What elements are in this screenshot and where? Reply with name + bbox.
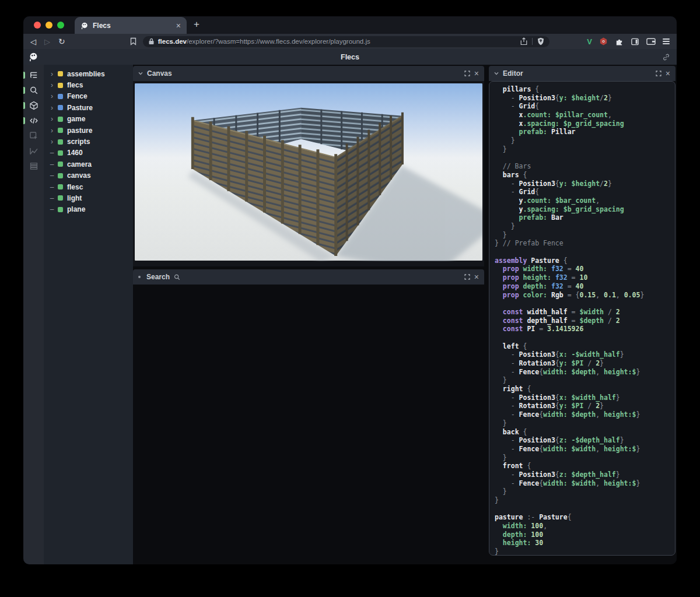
sidebar-toggle-icon[interactable]: [631, 37, 639, 46]
entity-color-square: [58, 184, 63, 189]
expand-chevron-icon[interactable]: ›: [48, 104, 55, 111]
leaf-dash-icon: –: [48, 184, 55, 191]
browser-tab[interactable]: Flecs ×: [75, 17, 187, 34]
tree-item-light[interactable]: –light: [44, 192, 133, 203]
entity-color-square: [58, 94, 63, 99]
3d-fence-render: [135, 83, 482, 261]
fullscreen-icon[interactable]: [464, 274, 470, 280]
tree-item-flecs[interactable]: ›flecs: [44, 79, 133, 90]
search-icon[interactable]: [23, 83, 44, 98]
menu-icon[interactable]: [663, 38, 670, 44]
entity-color-square: [58, 139, 63, 145]
canvas-panel-title: Canvas: [147, 69, 172, 78]
url-bar[interactable]: flecs.dev/explorer/?wasm=https://www.fle…: [143, 36, 550, 47]
collapsed-dot-icon[interactable]: [138, 276, 141, 278]
tables-icon[interactable]: [23, 159, 44, 174]
expand-chevron-icon[interactable]: ›: [48, 82, 55, 89]
inspector-icon[interactable]: [23, 128, 44, 143]
extensions-puzzle-icon[interactable]: [615, 37, 624, 46]
canvas-3d-viewport[interactable]: [133, 81, 484, 266]
tree-item-Fence[interactable]: ›Fence: [44, 91, 133, 102]
content-area: ›assemblies›flecs›Fence›Pasture›game›pas…: [23, 65, 677, 564]
vue-devtools-icon[interactable]: V: [587, 37, 592, 46]
expand-chevron-icon[interactable]: ›: [48, 127, 55, 134]
entity-tree-icon[interactable]: [23, 68, 44, 83]
fullscreen-icon[interactable]: [656, 71, 662, 76]
tree-item-label: Fence: [67, 92, 88, 100]
adblock-hexagon-icon[interactable]: [599, 37, 608, 46]
close-window-button[interactable]: [34, 22, 41, 29]
wallet-icon[interactable]: [646, 37, 656, 45]
lock-icon: [148, 38, 155, 45]
collapse-chevron-icon[interactable]: [138, 72, 143, 75]
entity-color-square: [58, 207, 63, 212]
script-editor[interactable]: pillars { - Position3{y: $height/2} - Gr…: [489, 81, 676, 556]
tree-item-label: camera: [67, 160, 92, 168]
new-tab-button[interactable]: +: [194, 19, 200, 30]
entity-color-square: [58, 150, 63, 156]
tree-item-Pasture[interactable]: ›Pasture: [44, 102, 133, 113]
tab-favicon-flecs-logo: [80, 22, 89, 30]
minimize-window-button[interactable]: [46, 22, 52, 29]
share-link-icon[interactable]: [662, 53, 670, 61]
fullscreen-icon[interactable]: [464, 71, 470, 76]
active-pill: [23, 117, 25, 124]
tree-item-scripts[interactable]: ›scripts: [44, 136, 133, 147]
tree-item-game[interactable]: ›game: [44, 114, 133, 125]
tree-item-camera[interactable]: –camera: [44, 159, 133, 170]
collapse-chevron-icon[interactable]: [494, 72, 499, 75]
expand-chevron-icon[interactable]: ›: [48, 93, 55, 100]
app-header: Flecs: [23, 49, 677, 65]
tree-item-canvas[interactable]: –canvas: [44, 170, 133, 181]
url-path: /explorer/?wasm=https://www.flecs.dev/ex…: [187, 38, 516, 45]
brave-shield-icon[interactable]: [537, 37, 544, 45]
page-title: Flecs: [23, 53, 677, 61]
tab-close-icon[interactable]: ×: [176, 22, 181, 30]
back-button[interactable]: ◁: [30, 37, 36, 46]
bookmark-icon[interactable]: [130, 37, 137, 45]
tab-title: Flecs: [93, 22, 172, 30]
active-pill: [23, 102, 25, 109]
zoom-window-button[interactable]: [57, 22, 64, 29]
flecs-logo: [29, 52, 38, 62]
reload-button[interactable]: ↻: [58, 37, 65, 46]
expand-chevron-icon[interactable]: ›: [48, 115, 55, 122]
tree-item-flesc[interactable]: –flesc: [44, 181, 133, 192]
forward-button[interactable]: ▷: [44, 37, 50, 46]
leaf-dash-icon: –: [48, 172, 55, 179]
entity-color-square: [58, 105, 63, 110]
tree-item-assemblies[interactable]: ›assemblies: [44, 68, 133, 79]
entity-color-square: [58, 71, 63, 76]
scene-cube-icon[interactable]: [23, 98, 44, 113]
entity-color-square: [58, 195, 63, 201]
expand-chevron-icon[interactable]: ›: [48, 71, 55, 78]
entity-tree: ›assemblies›flecs›Fence›Pasture›game›pas…: [44, 65, 133, 564]
tree-item-label: scripts: [67, 138, 90, 146]
tree-item-label: pasture: [67, 127, 92, 135]
tree-item-pasture[interactable]: ›pasture: [44, 125, 133, 136]
script-editor-icon[interactable]: [23, 113, 44, 128]
leaf-dash-icon: –: [48, 195, 55, 202]
close-panel-icon[interactable]: ×: [666, 69, 670, 78]
expand-chevron-icon[interactable]: ›: [48, 138, 55, 145]
active-pill: [23, 87, 25, 94]
entity-color-square: [58, 117, 63, 122]
editor-code[interactable]: pillars { - Position3{y: $height/2} - Gr…: [495, 85, 673, 556]
tab-strip: Flecs × +: [23, 16, 677, 34]
search-panel-header: Search ×: [133, 269, 484, 285]
tree-item-1460[interactable]: –1460: [44, 148, 133, 159]
tree-item-label: flecs: [67, 81, 83, 89]
browser-window: Flecs × + ◁ ▷ ↻ flecs.dev/explorer/?wasm…: [23, 16, 677, 564]
tree-item-label: light: [67, 194, 82, 202]
tree-item-plane[interactable]: –plane: [44, 204, 133, 215]
search-glass-icon: [174, 274, 180, 280]
close-panel-icon[interactable]: ×: [474, 273, 479, 281]
close-panel-icon[interactable]: ×: [474, 69, 479, 78]
stats-chart-icon[interactable]: [23, 143, 44, 159]
tree-item-label: 1460: [67, 149, 83, 157]
entity-color-square: [58, 173, 63, 178]
share-icon[interactable]: [520, 37, 527, 45]
tree-item-label: plane: [67, 205, 85, 213]
tree-item-label: game: [67, 115, 85, 123]
browser-toolbar: ◁ ▷ ↻ flecs.dev/explorer/?wasm=https://w…: [23, 34, 677, 49]
